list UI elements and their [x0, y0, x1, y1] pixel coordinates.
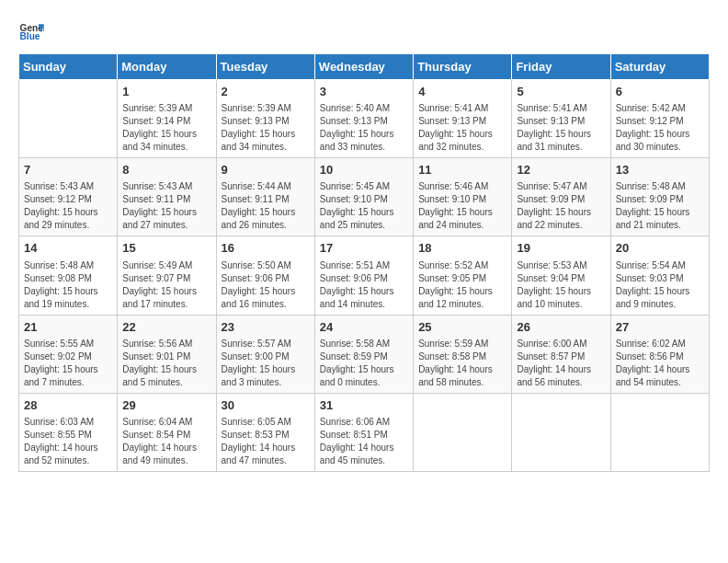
day-info: Sunrise: 5:59 AM Sunset: 8:58 PM Dayligh…: [418, 338, 506, 389]
day-info: Sunrise: 5:58 AM Sunset: 8:59 PM Dayligh…: [320, 338, 408, 389]
day-cell: 22Sunrise: 5:56 AM Sunset: 9:01 PM Dayli…: [118, 315, 216, 393]
day-cell: 8Sunrise: 5:43 AM Sunset: 9:11 PM Daylig…: [118, 158, 216, 236]
day-cell: 5Sunrise: 5:41 AM Sunset: 9:13 PM Daylig…: [512, 80, 610, 158]
day-number: 3: [320, 84, 408, 100]
day-number: 10: [320, 162, 408, 178]
day-info: Sunrise: 5:51 AM Sunset: 9:06 PM Dayligh…: [320, 259, 408, 311]
day-cell: 26Sunrise: 6:00 AM Sunset: 8:57 PM Dayli…: [512, 315, 610, 393]
day-cell: 18Sunrise: 5:52 AM Sunset: 9:05 PM Dayli…: [414, 236, 512, 315]
day-number: 31: [320, 397, 408, 414]
week-row-2: 7Sunrise: 5:43 AM Sunset: 9:12 PM Daylig…: [19, 158, 710, 236]
day-number: 27: [616, 319, 704, 336]
week-row-1: 1Sunrise: 5:39 AM Sunset: 9:14 PM Daylig…: [19, 80, 710, 158]
day-cell: 19Sunrise: 5:53 AM Sunset: 9:04 PM Dayli…: [512, 236, 610, 315]
day-cell: 9Sunrise: 5:44 AM Sunset: 9:11 PM Daylig…: [216, 158, 314, 236]
day-cell: 29Sunrise: 6:04 AM Sunset: 8:54 PM Dayli…: [118, 393, 216, 471]
day-cell: 15Sunrise: 5:49 AM Sunset: 9:07 PM Dayli…: [118, 236, 216, 315]
day-number: 16: [222, 240, 310, 257]
week-row-3: 14Sunrise: 5:48 AM Sunset: 9:08 PM Dayli…: [19, 236, 710, 315]
day-number: 22: [122, 319, 210, 336]
day-cell: 6Sunrise: 5:42 AM Sunset: 9:12 PM Daylig…: [610, 80, 709, 158]
day-info: Sunrise: 5:56 AM Sunset: 9:01 PM Dayligh…: [122, 338, 210, 389]
day-cell: 23Sunrise: 5:57 AM Sunset: 9:00 PM Dayli…: [216, 315, 314, 393]
day-header-tuesday: Tuesday: [216, 54, 314, 80]
day-number: 29: [122, 397, 210, 414]
calendar-table: SundayMondayTuesdayWednesdayThursdayFrid…: [18, 53, 710, 472]
day-info: Sunrise: 5:48 AM Sunset: 9:09 PM Dayligh…: [616, 180, 704, 232]
day-cell: 31Sunrise: 6:06 AM Sunset: 8:51 PM Dayli…: [314, 393, 413, 471]
day-cell: [512, 393, 610, 471]
day-info: Sunrise: 6:02 AM Sunset: 8:56 PM Dayligh…: [616, 338, 704, 389]
day-info: Sunrise: 5:57 AM Sunset: 9:00 PM Dayligh…: [222, 338, 310, 389]
header: General Blue: [18, 18, 710, 44]
day-cell: [414, 393, 512, 471]
day-header-wednesday: Wednesday: [314, 54, 413, 80]
day-cell: 24Sunrise: 5:58 AM Sunset: 8:59 PM Dayli…: [314, 315, 413, 393]
day-header-friday: Friday: [512, 54, 610, 80]
day-number: 4: [418, 84, 506, 100]
day-cell: [19, 80, 118, 158]
day-cell: 10Sunrise: 5:45 AM Sunset: 9:10 PM Dayli…: [314, 158, 413, 236]
day-number: 8: [122, 162, 210, 178]
day-info: Sunrise: 5:53 AM Sunset: 9:04 PM Dayligh…: [517, 259, 605, 311]
day-number: 13: [616, 162, 704, 178]
day-number: 1: [122, 84, 210, 100]
day-cell: 7Sunrise: 5:43 AM Sunset: 9:12 PM Daylig…: [19, 158, 118, 236]
day-info: Sunrise: 5:50 AM Sunset: 9:06 PM Dayligh…: [222, 259, 310, 311]
day-cell: 16Sunrise: 5:50 AM Sunset: 9:06 PM Dayli…: [216, 236, 314, 315]
day-number: 7: [24, 162, 112, 178]
day-cell: 1Sunrise: 5:39 AM Sunset: 9:14 PM Daylig…: [118, 80, 216, 158]
day-info: Sunrise: 6:06 AM Sunset: 8:51 PM Dayligh…: [320, 416, 408, 467]
day-cell: 28Sunrise: 6:03 AM Sunset: 8:55 PM Dayli…: [19, 393, 118, 471]
day-cell: 4Sunrise: 5:41 AM Sunset: 9:13 PM Daylig…: [414, 80, 512, 158]
day-info: Sunrise: 6:04 AM Sunset: 8:54 PM Dayligh…: [122, 416, 210, 467]
day-header-saturday: Saturday: [610, 54, 709, 80]
day-info: Sunrise: 5:44 AM Sunset: 9:11 PM Dayligh…: [222, 180, 310, 232]
svg-text:Blue: Blue: [20, 31, 40, 41]
day-info: Sunrise: 6:05 AM Sunset: 8:53 PM Dayligh…: [222, 416, 310, 467]
week-row-4: 21Sunrise: 5:55 AM Sunset: 9:02 PM Dayli…: [19, 315, 710, 393]
day-info: Sunrise: 5:39 AM Sunset: 9:14 PM Dayligh…: [122, 102, 210, 154]
day-cell: 17Sunrise: 5:51 AM Sunset: 9:06 PM Dayli…: [314, 236, 413, 315]
day-number: 20: [616, 240, 704, 257]
day-cell: 20Sunrise: 5:54 AM Sunset: 9:03 PM Dayli…: [610, 236, 709, 315]
day-info: Sunrise: 5:46 AM Sunset: 9:10 PM Dayligh…: [418, 180, 506, 232]
day-number: 2: [222, 84, 310, 100]
day-cell: 11Sunrise: 5:46 AM Sunset: 9:10 PM Dayli…: [414, 158, 512, 236]
day-cell: 12Sunrise: 5:47 AM Sunset: 9:09 PM Dayli…: [512, 158, 610, 236]
day-info: Sunrise: 6:03 AM Sunset: 8:55 PM Dayligh…: [24, 416, 112, 467]
day-header-sunday: Sunday: [19, 54, 118, 80]
day-cell: [610, 393, 709, 471]
day-cell: 30Sunrise: 6:05 AM Sunset: 8:53 PM Dayli…: [216, 393, 314, 471]
day-info: Sunrise: 5:43 AM Sunset: 9:11 PM Dayligh…: [122, 180, 210, 232]
day-cell: 3Sunrise: 5:40 AM Sunset: 9:13 PM Daylig…: [314, 80, 413, 158]
day-info: Sunrise: 5:55 AM Sunset: 9:02 PM Dayligh…: [24, 338, 112, 389]
day-header-monday: Monday: [118, 54, 216, 80]
day-info: Sunrise: 5:54 AM Sunset: 9:03 PM Dayligh…: [616, 259, 704, 311]
day-number: 18: [418, 240, 506, 257]
day-number: 5: [517, 84, 605, 100]
day-info: Sunrise: 5:48 AM Sunset: 9:08 PM Dayligh…: [24, 259, 112, 311]
day-number: 23: [222, 319, 310, 336]
day-number: 25: [418, 319, 506, 336]
day-number: 26: [517, 319, 605, 336]
week-row-5: 28Sunrise: 6:03 AM Sunset: 8:55 PM Dayli…: [19, 393, 710, 471]
day-cell: 27Sunrise: 6:02 AM Sunset: 8:56 PM Dayli…: [610, 315, 709, 393]
day-number: 14: [24, 240, 112, 257]
day-info: Sunrise: 5:49 AM Sunset: 9:07 PM Dayligh…: [122, 259, 210, 311]
day-cell: 2Sunrise: 5:39 AM Sunset: 9:13 PM Daylig…: [216, 80, 314, 158]
day-info: Sunrise: 5:42 AM Sunset: 9:12 PM Dayligh…: [616, 102, 704, 154]
day-info: Sunrise: 5:47 AM Sunset: 9:09 PM Dayligh…: [517, 180, 605, 232]
logo: General Blue: [18, 18, 44, 44]
day-cell: 25Sunrise: 5:59 AM Sunset: 8:58 PM Dayli…: [414, 315, 512, 393]
day-number: 21: [24, 319, 112, 336]
header-row: SundayMondayTuesdayWednesdayThursdayFrid…: [19, 54, 710, 80]
day-info: Sunrise: 5:43 AM Sunset: 9:12 PM Dayligh…: [24, 180, 112, 232]
day-cell: 14Sunrise: 5:48 AM Sunset: 9:08 PM Dayli…: [19, 236, 118, 315]
day-cell: 21Sunrise: 5:55 AM Sunset: 9:02 PM Dayli…: [19, 315, 118, 393]
day-number: 6: [616, 84, 704, 100]
day-info: Sunrise: 5:52 AM Sunset: 9:05 PM Dayligh…: [418, 259, 506, 311]
day-number: 28: [24, 397, 112, 414]
day-info: Sunrise: 5:40 AM Sunset: 9:13 PM Dayligh…: [320, 102, 408, 154]
day-info: Sunrise: 6:00 AM Sunset: 8:57 PM Dayligh…: [517, 338, 605, 389]
